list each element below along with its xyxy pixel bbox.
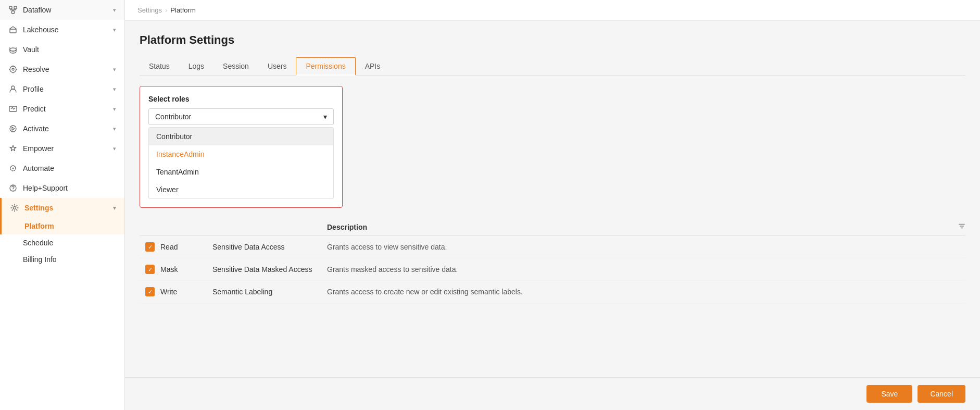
footer: Save Cancel bbox=[125, 377, 980, 410]
perm-checkbox-2[interactable]: ✓ bbox=[140, 287, 160, 296]
svg-point-7 bbox=[10, 66, 16, 72]
select-roles-label: Select roles bbox=[148, 95, 334, 103]
breadcrumb-parent[interactable]: Settings bbox=[137, 6, 162, 14]
content-area: Platform Settings StatusLogsSessionUsers… bbox=[125, 21, 980, 377]
perm-action-0: Read bbox=[160, 243, 212, 251]
chevron-icon-predict: ▾ bbox=[113, 106, 116, 113]
chevron-icon-activate: ▾ bbox=[113, 126, 116, 132]
sidebar-label-lakehouse: Lakehouse bbox=[23, 26, 59, 34]
description-header: Description bbox=[327, 223, 367, 231]
sidebar-sub-item-platform[interactable]: Platform bbox=[0, 218, 124, 234]
permissions-section: Description ✓ Read Sensitive Data Access… bbox=[140, 218, 965, 303]
sidebar-label-resolve: Resolve bbox=[23, 65, 49, 73]
activate-icon bbox=[8, 124, 18, 133]
sidebar-sub-item-billing-info[interactable]: Billing Info bbox=[0, 251, 124, 268]
tabs-bar: StatusLogsSessionUsersPermissionsAPIs bbox=[140, 57, 965, 76]
breadcrumb: Settings › Platform bbox=[125, 0, 980, 21]
sidebar-item-profile[interactable]: Profile ▾ bbox=[0, 79, 124, 99]
tab-session[interactable]: Session bbox=[213, 58, 258, 76]
help-icon bbox=[8, 183, 18, 193]
table-row: ✓ Write Semantic Labeling Grants access … bbox=[140, 281, 965, 303]
perm-action-2: Write bbox=[160, 288, 212, 296]
svg-line-16 bbox=[14, 108, 15, 109]
sidebar: Dataflow ▾ Lakehouse ▾ Vault Resolve ▾ P… bbox=[0, 0, 125, 410]
profile-icon bbox=[8, 84, 18, 94]
breadcrumb-current: Platform bbox=[170, 6, 195, 14]
sidebar-item-predict[interactable]: Predict ▾ bbox=[0, 99, 124, 119]
sidebar-label-automate: Automate bbox=[23, 164, 54, 172]
sidebar-item-dataflow[interactable]: Dataflow ▾ bbox=[0, 0, 124, 20]
perm-description-2: Grants access to create new or edit exis… bbox=[327, 288, 965, 296]
chevron-icon-resolve: ▾ bbox=[113, 66, 116, 73]
sidebar-item-lakehouse[interactable]: Lakehouse ▾ bbox=[0, 20, 124, 40]
vault-icon bbox=[8, 45, 18, 54]
sidebar-item-automate[interactable]: Automate bbox=[0, 158, 124, 178]
svg-point-18 bbox=[12, 168, 14, 169]
tab-status[interactable]: Status bbox=[140, 58, 179, 76]
sidebar-label-dataflow: Dataflow bbox=[23, 6, 51, 14]
sidebar-item-resolve[interactable]: Resolve ▾ bbox=[0, 59, 124, 79]
sidebar-label-empower: Empower bbox=[23, 144, 54, 153]
breadcrumb-separator: › bbox=[165, 6, 167, 14]
checkbox-checked-icon-2: ✓ bbox=[145, 287, 155, 296]
perm-checkbox-1[interactable]: ✓ bbox=[140, 265, 160, 274]
svg-rect-4 bbox=[10, 29, 16, 33]
chevron-icon-profile: ▾ bbox=[113, 86, 116, 93]
svg-rect-1 bbox=[14, 6, 17, 9]
sidebar-label-help-support: Help+Support bbox=[23, 184, 68, 192]
perm-description-1: Grants masked access to sensitive data. bbox=[327, 265, 965, 274]
dropdown-option-viewer[interactable]: Viewer bbox=[149, 181, 333, 198]
perm-checkbox-0[interactable]: ✓ bbox=[140, 242, 160, 252]
dropdown-option-instance-admin[interactable]: InstanceAdmin bbox=[149, 145, 333, 163]
description-filter-icon[interactable] bbox=[958, 222, 965, 231]
automate-icon bbox=[8, 164, 18, 173]
perm-description-0: Grants access to view sensitive data. bbox=[327, 243, 965, 251]
header-desc-col: Description bbox=[327, 222, 965, 231]
perm-category-0: Sensitive Data Access bbox=[212, 243, 327, 251]
sidebar-label-vault: Vault bbox=[23, 45, 39, 54]
perm-category-1: Sensitive Data Masked Access bbox=[212, 265, 327, 274]
predict-icon bbox=[8, 104, 18, 114]
svg-point-17 bbox=[10, 126, 16, 132]
chevron-icon-empower: ▾ bbox=[113, 145, 116, 152]
svg-point-12 bbox=[11, 86, 15, 89]
cancel-button[interactable]: Cancel bbox=[918, 385, 965, 403]
settings-icon bbox=[10, 203, 19, 213]
sidebar-item-settings[interactable]: Settings ▾ bbox=[0, 198, 124, 218]
table-header: Description bbox=[140, 218, 965, 236]
dropdown-list: ContributorInstanceAdminTenantAdminViewe… bbox=[148, 127, 334, 199]
dropdown-chevron-icon: ▾ bbox=[323, 113, 327, 121]
sidebar-item-help-support[interactable]: Help+Support bbox=[0, 178, 124, 198]
empower-icon bbox=[8, 144, 18, 153]
dropdown-option-contributor[interactable]: Contributor bbox=[149, 128, 333, 145]
tab-apis[interactable]: APIs bbox=[356, 58, 390, 76]
sidebar-sub-item-schedule[interactable]: Schedule bbox=[0, 234, 124, 251]
tab-users[interactable]: Users bbox=[258, 58, 296, 76]
permissions-rows: ✓ Read Sensitive Data Access Grants acce… bbox=[140, 236, 965, 303]
page-title: Platform Settings bbox=[140, 33, 965, 47]
sidebar-item-vault[interactable]: Vault bbox=[0, 40, 124, 59]
main-content: Settings › Platform Platform Settings St… bbox=[125, 0, 980, 410]
svg-point-6 bbox=[12, 68, 14, 70]
chevron-icon-settings: ▾ bbox=[113, 205, 116, 212]
tab-permissions[interactable]: Permissions bbox=[296, 57, 355, 76]
lakehouse-icon bbox=[8, 25, 18, 34]
table-row: ✓ Read Sensitive Data Access Grants acce… bbox=[140, 236, 965, 258]
sidebar-label-settings: Settings bbox=[24, 204, 53, 212]
svg-rect-2 bbox=[12, 11, 15, 14]
sidebar-item-activate[interactable]: Activate ▾ bbox=[0, 119, 124, 139]
sidebar-label-predict: Predict bbox=[23, 105, 46, 113]
dropdown-option-tenant-admin[interactable]: TenantAdmin bbox=[149, 163, 333, 181]
svg-point-21 bbox=[14, 207, 16, 209]
tab-logs[interactable]: Logs bbox=[179, 58, 213, 76]
sidebar-item-empower[interactable]: Empower ▾ bbox=[0, 139, 124, 158]
svg-rect-0 bbox=[9, 6, 12, 9]
selected-role-value: Contributor bbox=[155, 113, 191, 121]
save-button[interactable]: Save bbox=[866, 385, 912, 403]
checkbox-checked-icon-0: ✓ bbox=[145, 242, 155, 252]
role-dropdown[interactable]: Contributor ▾ bbox=[148, 108, 334, 125]
checkbox-checked-icon-1: ✓ bbox=[145, 265, 155, 274]
chevron-icon-lakehouse: ▾ bbox=[113, 27, 116, 33]
perm-action-1: Mask bbox=[160, 265, 212, 274]
svg-point-20 bbox=[12, 190, 14, 191]
